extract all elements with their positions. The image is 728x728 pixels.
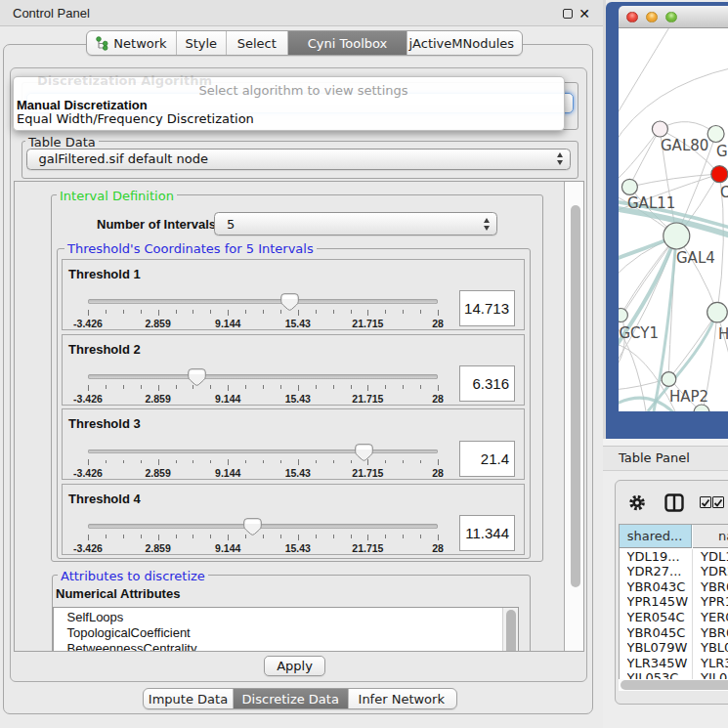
slider-thumb[interactable] <box>188 368 206 386</box>
slider-thumb[interactable] <box>280 293 299 311</box>
close-traffic-light[interactable] <box>626 12 638 23</box>
slider-track[interactable] <box>88 299 438 304</box>
float-window-icon[interactable] <box>563 9 573 19</box>
slider-minor-tick <box>106 460 107 464</box>
table-row[interactable]: YPR145WYPR145W <box>620 594 728 610</box>
cell-shared-name: YBL079W <box>627 640 692 656</box>
network-node[interactable] <box>707 302 728 322</box>
threshold-value-field[interactable]: 21.4 <box>459 441 515 477</box>
network-node[interactable] <box>652 121 667 137</box>
attribute-list-item[interactable]: TopologicalCoefficient <box>67 625 191 641</box>
slider-thumb[interactable] <box>243 518 262 535</box>
network-edge[interactable] <box>670 313 717 377</box>
list-scrollbar-thumb[interactable] <box>506 610 516 652</box>
threshold-value-field[interactable]: 11.344 <box>459 515 515 551</box>
network-node-label: HAP2 <box>669 388 708 406</box>
network-node[interactable] <box>619 309 627 322</box>
network-node[interactable] <box>662 372 676 387</box>
table-horizontal-scrollbar[interactable] <box>619 679 728 692</box>
table-row[interactable]: YDL19...YDL19... <box>620 549 728 565</box>
threshold-block: Threshold 2-3.4262.8599.14415.4321.71528… <box>62 334 525 406</box>
apply-button[interactable]: Apply <box>264 656 325 676</box>
slider-minor-tick <box>280 535 281 538</box>
network-node[interactable] <box>711 166 728 183</box>
slider-minor-tick <box>263 385 264 389</box>
threshold-title: Threshold 1 <box>68 267 141 281</box>
dropdown-item-equal-width-frequency[interactable]: Equal Width/Frequency Discretization <box>14 112 564 126</box>
slider-major-tick <box>298 385 299 391</box>
tab-jactivemnodules[interactable]: jActiveMNodules <box>407 31 516 55</box>
slider-tick-label: 15.43 <box>285 318 311 329</box>
checkbox-checked-icon[interactable] <box>712 496 724 508</box>
number-of-intervals-value: 5 <box>215 217 484 232</box>
table-row[interactable]: YBR043CYBR043C <box>620 579 728 595</box>
column-header-shared-name[interactable]: shared... <box>620 525 692 548</box>
table-horizontal-scrollbar-thumb[interactable] <box>621 680 728 690</box>
slider-minor-tick <box>280 385 281 389</box>
node-attribute-table: shared... name YDL19...YDL19...YDR27...Y… <box>619 524 728 691</box>
network-node[interactable] <box>707 126 724 143</box>
network-node[interactable] <box>694 405 709 411</box>
list-scrollbar[interactable] <box>502 608 518 652</box>
threshold-title: Threshold 3 <box>68 416 141 431</box>
tab-infer-network[interactable]: Infer Network <box>349 689 455 708</box>
column-header-name[interactable]: name <box>693 525 728 548</box>
table-row[interactable]: YBR045CYBR045C <box>620 625 728 641</box>
cell-shared-name: YER054C <box>627 610 692 625</box>
table-row[interactable]: YDR27...YDR27... <box>620 564 728 579</box>
network-edge[interactable] <box>629 129 660 187</box>
slider-major-tick <box>228 535 229 540</box>
tab-network[interactable]: Network <box>87 31 177 55</box>
slider-track[interactable] <box>88 524 438 529</box>
slider-major-tick <box>438 535 439 540</box>
network-node-label: G <box>716 143 728 160</box>
network-node[interactable] <box>664 223 690 249</box>
slider-minor-tick <box>263 460 264 464</box>
tab-select[interactable]: Select <box>227 31 289 55</box>
network-canvas[interactable]: GAL80GCGAL11GAL4GCY1HHAP2 <box>619 28 728 411</box>
slider-major-tick <box>438 459 439 465</box>
gear-icon[interactable] <box>628 493 646 512</box>
vertical-scrollbar-thumb[interactable] <box>571 205 580 587</box>
slider-thumb[interactable] <box>355 444 373 461</box>
vertical-scrollbar[interactable] <box>564 182 584 651</box>
zoom-traffic-light[interactable] <box>665 12 677 23</box>
slider-minor-tick <box>403 460 404 464</box>
network-node[interactable] <box>621 179 637 194</box>
slider-track[interactable] <box>88 374 438 379</box>
numerical-attributes-list[interactable]: SelfLoopsTopologicalCoefficientBetweenne… <box>53 607 519 652</box>
network-edge[interactable] <box>619 129 660 183</box>
tab-cyni-toolbox[interactable]: Cyni Toolbox <box>288 31 407 55</box>
cell-name: YLR345W <box>701 656 728 671</box>
table-row[interactable]: YLR345WYLR345W <box>620 656 728 671</box>
table-data-combobox[interactable]: galFiltered.sif default node <box>26 149 571 171</box>
close-icon[interactable]: ✕ <box>578 7 591 21</box>
slider-major-tick <box>88 385 89 391</box>
dropdown-item-manual-discretization[interactable]: Manual Discretization <box>14 99 564 112</box>
table-panel-gap <box>603 439 728 446</box>
network-edge[interactable] <box>630 174 719 187</box>
attribute-list-item[interactable]: BetweennessCentrality <box>67 641 197 652</box>
tab-discretize-data[interactable]: Discretize Data <box>234 689 349 708</box>
network-window-titlebar[interactable] <box>619 6 728 28</box>
slider-minor-tick <box>351 460 352 464</box>
minimize-traffic-light[interactable] <box>646 12 658 23</box>
attribute-list-item[interactable]: SelfLoops <box>67 610 124 625</box>
network-node-label: H <box>718 325 728 343</box>
tab-impute-data[interactable]: Impute Data <box>144 689 234 708</box>
table-row[interactable]: YER054CYER054C <box>620 610 728 625</box>
checkbox-checked-icon[interactable] <box>700 496 711 508</box>
threshold-value-field[interactable]: 14.713 <box>459 290 515 326</box>
tab-style[interactable]: Style <box>177 31 227 55</box>
slider-track[interactable] <box>88 450 438 454</box>
cyni-mode-tab-bar: Impute Data Discretize Data Infer Networ… <box>143 688 457 709</box>
number-of-intervals-combobox[interactable]: 5 <box>214 212 497 236</box>
slider-minor-tick <box>176 460 177 464</box>
table-row[interactable]: YBL079WYBL079W <box>620 640 728 656</box>
discretization-algorithm-group-title: Discretization Algorithm <box>37 73 212 88</box>
split-columns-icon[interactable] <box>664 493 684 512</box>
slider-minor-tick <box>385 385 386 389</box>
threshold-value-field[interactable]: 6.316 <box>459 365 515 402</box>
slider-minor-tick <box>123 310 124 314</box>
slider-minor-tick <box>123 385 124 389</box>
